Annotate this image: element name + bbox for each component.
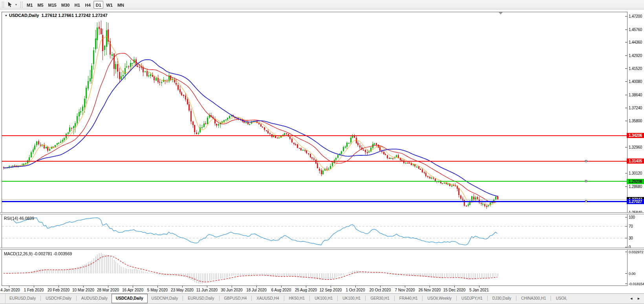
chart-tab-xauusd-h4[interactable]: XAUUSD,H4: [252, 294, 283, 303]
chart-tab-eurusd-daily[interactable]: EURUSD,Daily: [5, 294, 40, 303]
tab-divider: [516, 296, 516, 301]
chart-window: ▼USDCAD,Daily 1.27612 1.27661 1.27242 1.…: [0, 9, 644, 293]
chart-tab-eurusd-daily[interactable]: EURUSD,Daily: [184, 294, 218, 303]
macd-axis-label: 0.00: [629, 271, 644, 276]
toolbar-grip[interactable]: [2, 2, 4, 8]
date-axis-tick: [83, 286, 84, 287]
timeframe-button-mn[interactable]: MN: [115, 1, 126, 9]
timeframe-button-w1[interactable]: W1: [104, 1, 115, 9]
tab-scroll-arrows: ◄►: [627, 294, 643, 303]
toolbar-dropdown-arrow-icon[interactable]: ▼: [14, 1, 18, 9]
macd-axis-tick: [625, 284, 627, 284]
timeframe-button-h1[interactable]: H1: [72, 1, 82, 9]
line-price-label: 1.34206: [627, 133, 644, 138]
line-price-label: 1.27027: [627, 199, 644, 204]
tab-divider: [219, 296, 220, 301]
line-handle[interactable]: [585, 200, 587, 202]
timeframe-button-d1[interactable]: D1: [93, 1, 103, 9]
price-axis-label: 1.42920: [629, 53, 644, 58]
collapse-icon[interactable]: ▼: [5, 14, 7, 17]
price-axis-tick: [625, 173, 627, 173]
rsi-axis-label: 70: [629, 224, 644, 229]
tab-scroll-left-icon[interactable]: ◄: [628, 297, 635, 300]
horizontal-line-1.27027[interactable]: [2, 201, 627, 202]
chart-tab-audusd-daily[interactable]: AUDUSD,Daily: [77, 294, 112, 303]
chart-tab-usdchf-daily[interactable]: USDCHF,Daily: [42, 294, 75, 303]
price-axis-label: 1.32960: [629, 145, 644, 150]
timeframe-button-m1[interactable]: M1: [25, 1, 35, 9]
tab-divider: [40, 296, 41, 301]
date-axis-tick: [34, 286, 34, 287]
date-axis-tick: [256, 286, 257, 287]
price-axis-tick: [625, 68, 627, 69]
chart-tab-uk100-h1[interactable]: UK100,H1: [338, 294, 364, 303]
chart-tab-hk50-h1[interactable]: HK50,H1: [285, 294, 309, 303]
timeframe-button-m5[interactable]: M5: [35, 1, 45, 9]
horizontal-line-1.34206[interactable]: [2, 135, 627, 136]
horizontal-line-1.31405[interactable]: [2, 161, 627, 162]
chart-tab-usoil-weekly[interactable]: USOil,Weekly: [423, 294, 456, 303]
tab-divider: [551, 296, 551, 301]
tab-divider: [251, 296, 252, 301]
price-axis-label: 1.37240: [629, 105, 644, 111]
timeframe-button-m15[interactable]: M15: [46, 1, 59, 9]
macd-axis-label: 0.032972: [629, 249, 644, 254]
toolbar-grip[interactable]: [20, 2, 22, 8]
top-toolbar: ▼ M1M5M15M30H1H4D1W1MN: [0, 0, 644, 9]
price-axis-label: 1.44360: [629, 40, 644, 45]
macd-axis-tick: [625, 273, 627, 274]
chart-tab-usdcnh-daily[interactable]: USDCNH,Daily: [148, 294, 182, 303]
date-axis-tick: [108, 286, 108, 287]
macd-axis-label: -0.018154: [629, 281, 644, 286]
tab-strip-stub: [0, 294, 5, 303]
panel-splitter[interactable]: [0, 212, 644, 214]
cursor-tool-button[interactable]: [6, 1, 14, 9]
chart-tab-usdcad-daily[interactable]: USDCAD,Daily: [112, 294, 147, 303]
price-axis-label: 1.30120: [629, 171, 644, 176]
line-handle[interactable]: [585, 180, 587, 182]
price-chart-canvas[interactable]: [2, 12, 627, 212]
date-axis-tick: [479, 286, 479, 287]
chart-tab-usoil[interactable]: USOil,: [552, 294, 571, 303]
chart-tab-bar: EURUSD,DailyUSDCHF,DailyAUDUSD,DailyUSDC…: [0, 293, 644, 303]
chart-tab-uk100-h1[interactable]: UK100,H1: [311, 294, 337, 303]
macd-panel-canvas[interactable]: [2, 250, 627, 285]
price-axis-label: 1.38640: [629, 92, 644, 98]
horizontal-line-1.29208[interactable]: [2, 181, 627, 182]
price-axis-label: 1.28680: [629, 184, 644, 189]
chart-tab-dj30-daily[interactable]: DJ30,Daily: [488, 294, 515, 303]
timeframe-button-bar: M1M5M15M30H1H4D1W1MN: [24, 1, 126, 9]
date-axis-tick: [59, 286, 59, 287]
price-axis-tick: [625, 42, 627, 42]
timeframe-button-m30[interactable]: M30: [59, 1, 71, 9]
date-axis-tick: [380, 286, 381, 287]
tab-divider: [76, 296, 77, 301]
chart-tab-gbpusd-h4[interactable]: GBPUSD,H4: [220, 294, 251, 303]
price-axis-label: 1.40080: [629, 79, 644, 84]
price-axis-tick: [625, 16, 627, 17]
chart-tab-ger30-h1[interactable]: GER30,H1: [366, 294, 393, 303]
tab-divider: [487, 296, 488, 301]
current-price-line: [2, 199, 627, 200]
chart-tab-china300-h1[interactable]: CHINA300,H1: [517, 294, 550, 303]
line-handle[interactable]: [585, 160, 587, 162]
date-axis-tick: [430, 286, 430, 287]
rsi-axis-tick: [625, 226, 627, 227]
tab-divider: [394, 296, 395, 301]
chart-tab-fra40-h1[interactable]: FRA40,H1: [395, 294, 422, 303]
macd-axis-tick: [625, 252, 627, 252]
timeframe-button-h4[interactable]: H4: [83, 1, 93, 9]
tab-scroll-right-icon[interactable]: ►: [635, 297, 642, 300]
tab-divider: [422, 296, 423, 301]
price-axis-tick: [625, 108, 627, 108]
price-axis-label: 1.41520: [629, 66, 644, 71]
rsi-axis-tick: [625, 217, 627, 217]
date-axis-tick: [133, 286, 133, 287]
chart-tab-usdjpy-h1[interactable]: USDJPY,H1: [457, 294, 487, 303]
chart-title: ▼USDCAD,Daily 1.27612 1.27661 1.27242 1.…: [4, 13, 108, 18]
date-axis-label[interactable]: 5 Jan 2021: [463, 288, 496, 292]
rsi-panel-canvas[interactable]: [2, 215, 627, 247]
tab-divider: [456, 296, 457, 301]
panel-splitter[interactable]: [0, 248, 644, 250]
price-axis-tick: [625, 186, 627, 187]
